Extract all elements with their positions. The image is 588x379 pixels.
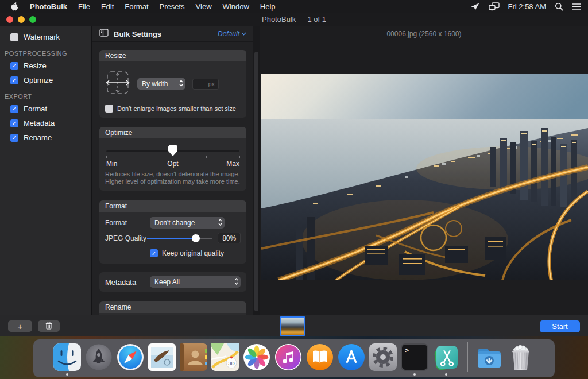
safari-icon [117,343,144,371]
menu-presets[interactable]: Presets [160,2,185,11]
dock-safari[interactable] [117,343,144,371]
dock-system-preferences[interactable] [369,343,397,371]
resize-mode-select[interactable]: By width [137,78,185,90]
sidebar-item-optimize[interactable]: ✓ Optimize [0,74,91,87]
optimize-slider[interactable]: Min Opt Max [106,144,239,169]
metadata-select[interactable]: Keep All [150,276,241,288]
svg-text:3D: 3D [228,361,235,366]
photobulk-icon [432,343,460,371]
remove-images-button[interactable] [38,320,60,332]
format-select[interactable]: Don't change [150,217,225,229]
mail-icon [148,343,176,371]
dock-downloads[interactable] [475,343,503,371]
dock-mail[interactable] [148,343,176,371]
preview-image[interactable] [261,74,588,280]
enlarge-checkbox-label: Don't enlarge images smaller than set si… [117,105,236,112]
zoom-button[interactable] [29,16,36,23]
rename-checkbox[interactable]: ✓ [10,134,18,142]
image-thumbnail-selected[interactable] [280,316,305,336]
jpeg-quality-slider-thumb[interactable] [192,234,200,242]
start-button[interactable]: Start [540,320,580,332]
dock-photos[interactable] [243,343,270,371]
dock-itunes[interactable] [274,343,302,371]
apple-icon[interactable] [10,2,19,11]
format-checkbox[interactable]: ✓ [10,105,18,113]
preset-selector[interactable]: Default [218,30,246,38]
stepper-chevrons-icon [234,277,239,287]
resize-enlarge-option[interactable]: Don't enlarge images smaller than set si… [105,105,241,113]
maps-icon: 3D [211,343,239,371]
optimize-max-label: Max [226,160,239,168]
menu-app-name[interactable]: PhotoBulk [30,2,67,11]
send-icon[interactable] [470,2,480,11]
running-indicator [66,373,68,376]
add-images-button[interactable]: + [8,320,32,332]
bottom-toolbar: + Start [0,315,588,336]
dock-terminal[interactable]: >_ [401,343,428,371]
dock-finder[interactable] [53,343,81,371]
metadata-checkbox[interactable]: ✓ [10,119,18,127]
menu-window[interactable]: Window [223,2,249,11]
sidebar-item-resize[interactable]: ✓ Resize [0,59,91,72]
keep-quality-checkbox[interactable]: ✓ [150,249,158,257]
sidebar-section-postprocessing: POSTPROCESSING [0,45,91,59]
list-icon[interactable] [572,3,581,10]
format-select-value: Don't change [154,219,195,227]
preset-label: Default [218,30,239,38]
system-preferences-icon [369,343,397,371]
menu-file[interactable]: File [78,2,90,11]
format-select-label: Format [105,219,150,227]
dock-ibooks[interactable] [306,343,334,371]
optimize-checkbox[interactable]: ✓ [10,76,18,84]
menu-edit[interactable]: Edit [101,2,114,11]
dock-launchpad[interactable] [85,343,113,371]
finder-icon [53,343,81,371]
dock-maps[interactable]: 3D [211,343,239,371]
optimize-description-line2: Higher level of optimization may take mo… [105,178,241,185]
resize-width-input[interactable] [192,79,219,90]
window-titlebar: PhotoBulk — 1 of 1 [0,13,588,26]
sidebar-section-export: EXPORT [0,88,91,102]
keep-quality-option[interactable]: ✓ Keep original quality [150,249,241,257]
dock-app-store[interactable] [338,343,365,371]
trash-icon [45,322,52,331]
metadata-card: Metadata Keep All [99,272,246,292]
watermark-checkbox[interactable] [10,33,18,41]
panel-scrollbar-thumb[interactable] [254,52,258,311]
displays-icon[interactable] [489,2,500,11]
optimize-card-header: Optimize [99,127,246,138]
metadata-select-value: Keep All [154,278,180,286]
menu-format[interactable]: Format [125,2,148,11]
jpeg-quality-label: JPEG Quality [105,234,147,242]
resize-dimensions-icon [105,68,130,99]
rename-card: Rename Name [99,301,246,315]
sidebar-item-watermark[interactable]: Watermark [0,30,91,44]
jpeg-quality-slider[interactable] [147,234,212,242]
close-button[interactable] [6,16,13,23]
sidebar-item-format[interactable]: ✓ Format [0,102,91,115]
menu-view[interactable]: View [196,2,212,11]
panel-toggle-icon[interactable] [99,29,109,39]
dock-photobulk[interactable] [432,343,460,371]
dock-trash[interactable] [507,343,535,371]
menu-clock[interactable]: Fri 2:58 AM [508,2,546,11]
minimize-button[interactable] [18,16,25,23]
resize-checkbox[interactable]: ✓ [10,62,18,70]
menu-help[interactable]: Help [260,2,276,11]
format-card: Format Format Don't change JPEG Quality … [99,200,246,264]
downloads-folder-icon [475,343,503,371]
optimize-slider-thumb[interactable] [168,145,177,156]
window-title: PhotoBulk — 1 of 1 [262,15,326,24]
dock-contacts[interactable] [180,343,207,371]
sidebar-item-metadata[interactable]: ✓ Metadata [0,117,91,130]
trash-full-icon [507,343,535,371]
menu-bar: PhotoBulk File Edit Format Presets View … [0,0,588,13]
sidebar-item-rename[interactable]: ✓ Rename [0,131,91,144]
running-indicator [413,373,416,376]
resize-card-header: Resize [99,50,246,61]
resize-card: Resize By width [99,50,246,118]
search-icon[interactable] [555,2,563,11]
panel-scrollbar[interactable] [253,26,260,315]
optimize-description-line1: Reduces file size, doesn't deteriorate t… [105,171,241,178]
enlarge-checkbox[interactable] [105,105,113,113]
